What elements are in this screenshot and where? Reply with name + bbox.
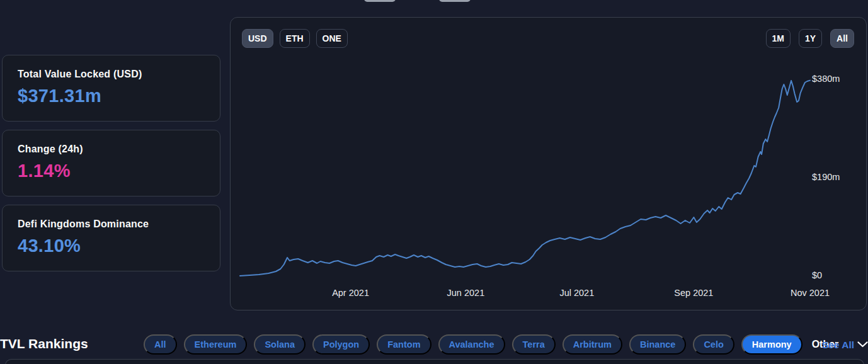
y-axis-tick-label: $380m	[812, 74, 840, 84]
chain-filter-row: All Ethereum Solana Polygon Fantom Avala…	[144, 334, 868, 355]
tvl-rankings-title: TVL Rankings	[0, 336, 88, 351]
x-axis-tick-label: Sep 2021	[674, 288, 713, 298]
y-axis-tick-label: $190m	[812, 172, 840, 182]
denomination-button[interactable]: ONE	[316, 29, 348, 48]
denomination-toggle-group: USD ETH ONE	[242, 29, 348, 48]
stat-card-title: Change (24h)	[18, 144, 205, 155]
scrolled-header-button-stub[interactable]	[439, 0, 471, 2]
tvl-line-series	[240, 81, 810, 276]
chain-filter-pill[interactable]: Polygon	[312, 334, 370, 355]
stat-card-value: 43.10%	[18, 236, 205, 256]
dashboard-page: Total Value Locked (USD) $371.31m Change…	[0, 0, 868, 364]
y-axis-tick-label: $0	[812, 270, 822, 280]
x-axis-tick-label: Apr 2021	[332, 288, 369, 298]
rankings-table-top-edge	[5, 359, 864, 364]
x-axis-tick-label: Jul 2021	[559, 288, 594, 298]
chain-filter-pill[interactable]: Avalanche	[438, 334, 505, 355]
time-range-button[interactable]: All	[830, 29, 854, 48]
chain-filter-pill[interactable]: Fantom	[377, 334, 431, 355]
chain-filter-pill[interactable]: Binance	[629, 334, 686, 355]
x-axis-tick-label: Nov 2021	[791, 288, 830, 298]
tvl-line-chart[interactable]	[231, 18, 866, 310]
stat-card-value: $371.31m	[18, 86, 205, 106]
denomination-button[interactable]: ETH	[280, 29, 310, 48]
time-range-button[interactable]: 1Y	[799, 29, 822, 48]
stat-card-title: Total Value Locked (USD)	[18, 69, 205, 80]
chain-filter-pill[interactable]: All	[144, 334, 177, 355]
chevron-down-icon	[857, 341, 868, 348]
chain-filter-pill[interactable]: Arbitrum	[562, 334, 622, 355]
x-axis-tick-label: Jun 2021	[447, 288, 485, 298]
time-range-button[interactable]: 1M	[766, 29, 791, 48]
chain-filter-pill[interactable]: Solana	[254, 334, 306, 355]
stats-sidebar: Total Value Locked (USD) $371.31m Change…	[2, 55, 220, 280]
stat-card-title: Defi Kingdoms Dominance	[18, 219, 205, 230]
see-all-link[interactable]: See All	[822, 339, 854, 351]
chain-filter-pill[interactable]: Harmony	[741, 334, 802, 355]
chain-filter-pill[interactable]: Celo	[693, 334, 734, 355]
stat-card-value: 1.14%	[18, 161, 205, 181]
stat-card: Defi Kingdoms Dominance 43.10%	[2, 205, 220, 271]
time-range-toggle-group: 1M 1Y All	[766, 29, 854, 48]
chain-filter-pill[interactable]: Ethereum	[184, 334, 248, 355]
stat-card: Total Value Locked (USD) $371.31m	[2, 55, 220, 122]
scrolled-header-button-stub[interactable]	[364, 0, 396, 2]
stat-card: Change (24h) 1.14%	[2, 130, 220, 196]
tvl-chart-panel: USD ETH ONE 1M 1Y All Apr 2021Jun 2021Ju…	[230, 17, 867, 310]
denomination-button[interactable]: USD	[242, 29, 273, 48]
chain-filter-pill[interactable]: Terra	[512, 334, 556, 355]
